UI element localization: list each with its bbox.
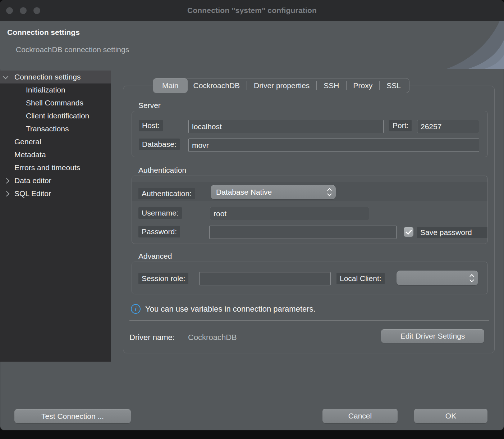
select-stepper-icon (328, 189, 331, 196)
advanced-group: Session role: Local Client: (132, 262, 488, 294)
sidebar-item-data-editor[interactable]: Data editor (0, 174, 111, 187)
page-subtitle: CockroachDB connection settings (16, 45, 129, 54)
driver-name-label: Driver name: (129, 333, 175, 342)
save-password-checkbox[interactable] (404, 227, 413, 237)
header-swoosh-decoration (410, 21, 504, 69)
tab-cockroachdb[interactable]: CockroachDB (187, 78, 247, 93)
background-desktop-strip (0, 430, 504, 439)
session-role-label: Session role: (138, 273, 188, 284)
minimize-window-icon[interactable] (20, 7, 27, 14)
window-title: Connection "system" configuration (187, 6, 317, 15)
variables-hint-text: You can use variables in connection para… (145, 304, 316, 314)
tab-bar: Main CockroachDB Driver properties SSH P… (153, 78, 409, 93)
sidebar-item-shell-commands[interactable]: Shell Commands (0, 96, 111, 109)
page-title: Connection settings (7, 28, 80, 37)
chevron-down-icon[interactable] (3, 74, 9, 80)
username-input[interactable] (210, 207, 369, 220)
chevron-right-icon[interactable] (4, 178, 10, 184)
authentication-selected-value: Database Native (216, 188, 272, 196)
local-client-select[interactable] (397, 271, 478, 285)
traffic-lights (6, 7, 40, 14)
ok-button[interactable]: OK (414, 409, 487, 423)
wizard-header: Connection settings CockroachDB connecti… (0, 21, 504, 69)
authentication-group: Authentication: Database Native Username… (132, 176, 488, 244)
advanced-group-title: Advanced (138, 252, 172, 261)
driver-section-divider (129, 320, 489, 321)
local-client-label: Local Client: (336, 273, 385, 284)
close-window-icon[interactable] (6, 7, 13, 14)
title-bar[interactable]: Connection "system" configuration (0, 0, 504, 21)
authentication-select[interactable]: Database Native (211, 185, 336, 199)
server-group: Host: Port: Database: (132, 111, 488, 157)
password-input[interactable] (209, 226, 397, 239)
screen: Connection "system" configuration Connec… (0, 0, 504, 439)
sidebar-item-errors-and-timeouts[interactable]: Errors and timeouts (0, 161, 111, 174)
authentication-label: Authentication: (138, 188, 195, 199)
sidebar-item-initialization[interactable]: Initialization (0, 83, 111, 96)
test-connection-button[interactable]: Test Connection ... (14, 409, 131, 423)
tab-ssh[interactable]: SSH (317, 78, 346, 93)
tab-proxy[interactable]: Proxy (347, 78, 380, 93)
sidebar-item-connection-settings[interactable]: Connection settings (0, 71, 111, 83)
chevron-right-icon[interactable] (4, 191, 10, 197)
host-label: Host: (139, 120, 163, 131)
session-role-input[interactable] (199, 272, 331, 285)
username-label: Username: (138, 207, 182, 219)
tab-main[interactable]: Main (153, 78, 188, 93)
save-password-label: Save password (417, 227, 487, 238)
password-label: Password: (138, 226, 180, 237)
server-group-title: Server (138, 101, 161, 110)
sidebar-item-sql-editor[interactable]: SQL Editor (0, 187, 111, 200)
port-input[interactable] (417, 120, 479, 133)
tab-ssl[interactable]: SSL (380, 78, 408, 93)
host-input[interactable] (188, 120, 384, 133)
maximize-window-icon[interactable] (33, 7, 40, 14)
database-label: Database: (139, 139, 180, 150)
sidebar-item-transactions[interactable]: Transactions (0, 122, 111, 135)
sidebar-item-metadata[interactable]: Metadata (0, 148, 111, 161)
database-input[interactable] (188, 139, 479, 152)
edit-driver-settings-button[interactable]: Edit Driver Settings (381, 329, 484, 343)
select-stepper-icon (470, 275, 473, 281)
connection-configuration-dialog: Connection "system" configuration Connec… (0, 0, 504, 430)
tab-driver-properties[interactable]: Driver properties (247, 78, 316, 93)
settings-tree: Connection settings Initialization Shell… (0, 71, 111, 362)
info-icon: i (131, 304, 141, 314)
sidebar-item-client-identification[interactable]: Client identification (0, 109, 111, 122)
port-label: Port: (389, 120, 412, 131)
driver-name-value: CockroachDB (188, 333, 237, 342)
sidebar-item-general[interactable]: General (0, 135, 111, 148)
authentication-group-title: Authentication (138, 166, 186, 175)
cancel-button[interactable]: Cancel (322, 409, 398, 423)
